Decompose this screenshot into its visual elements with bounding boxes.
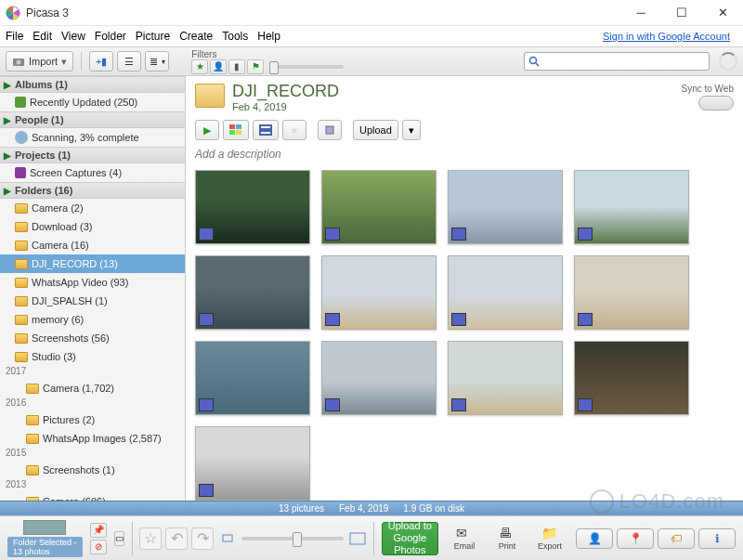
menu-file[interactable]: File [6, 30, 23, 43]
close-button[interactable]: ✕ [702, 0, 743, 26]
video-badge-icon [325, 398, 340, 411]
star-button[interactable]: ★ [282, 120, 306, 140]
print-button[interactable]: 🖶Print [489, 526, 526, 551]
movie-button[interactable] [253, 120, 279, 140]
sidebar-item[interactable]: DJI_SPALSH (1) [0, 292, 185, 310]
description-field[interactable]: Add a description [195, 148, 734, 161]
sidebar-item[interactable]: Screenshots (1) [0, 461, 185, 479]
filter-star-button[interactable]: ★ [191, 59, 208, 74]
tag-button[interactable] [318, 120, 342, 140]
thumbnail[interactable] [195, 341, 310, 415]
thumbnail[interactable] [321, 341, 437, 415]
export-button[interactable]: 📁Export [531, 526, 568, 551]
sidebar-section-header[interactable]: ▶People (1) [0, 111, 185, 128]
rotate-right-button[interactable]: ↷ [191, 527, 214, 550]
thumbnail[interactable] [574, 170, 689, 244]
menu-help[interactable]: Help [257, 30, 280, 43]
sidebar-item[interactable]: DJI_RECORD (13) [0, 254, 185, 273]
thumbnail[interactable] [195, 426, 310, 501]
sidebar-item-label: Download (3) [32, 221, 92, 232]
svg-rect-12 [326, 126, 333, 134]
thumbnail[interactable] [448, 170, 563, 244]
thumbnail[interactable] [321, 255, 437, 330]
maximize-button[interactable]: ☐ [661, 0, 702, 26]
clear-button[interactable]: ⊘ [90, 540, 107, 554]
upload-button[interactable]: Upload [353, 120, 398, 140]
people-pill-button[interactable]: 👤 [576, 528, 613, 549]
sidebar-item[interactable]: WhatsApp Video (93) [0, 273, 185, 292]
globe-icon [590, 489, 614, 514]
sidebar-item[interactable]: Screenshots (56) [0, 329, 185, 347]
star-tray-button[interactable]: ☆ [139, 527, 162, 550]
sidebar-item[interactable]: Scanning, 3% complete [0, 128, 185, 147]
import-label: Import [29, 56, 58, 67]
filter-geo-button[interactable]: ▮ [228, 59, 245, 74]
sidebar-item-label: Recently Updated (250) [30, 97, 137, 108]
sidebar-item-label: WhatsApp Images (2,587) [43, 433, 162, 444]
tree-view-button[interactable]: ☰ [117, 51, 141, 72]
sidebar-item[interactable]: Download (3) [0, 217, 185, 236]
menu-edit[interactable]: Edit [33, 30, 52, 43]
add-folder-button[interactable]: +▮ [89, 51, 113, 72]
info-pill-button[interactable]: ℹ [698, 528, 736, 549]
sync-toggle[interactable] [698, 96, 734, 111]
zoom-small-icon [221, 532, 236, 545]
thumbnail[interactable] [195, 255, 310, 330]
flat-view-button[interactable]: ≣▾ [145, 51, 169, 72]
sidebar-item[interactable]: Camera (1,702) [0, 379, 185, 397]
app-icon [6, 6, 20, 20]
thumbnail[interactable] [321, 170, 437, 244]
play-slideshow-button[interactable]: ▶ [195, 120, 219, 140]
thumbnail[interactable] [448, 255, 563, 330]
filter-slider[interactable] [269, 65, 344, 69]
collage-button[interactable] [223, 120, 249, 140]
sidebar-item[interactable]: WhatsApp Images (2,587) [0, 429, 185, 448]
search-input[interactable] [524, 52, 710, 71]
folder-icon [15, 352, 28, 362]
filter-tag-button[interactable]: ⚑ [247, 59, 264, 74]
sidebar-item[interactable]: Camera (2) [0, 199, 185, 217]
svg-point-2 [17, 60, 21, 65]
tags-pill-button[interactable]: 🏷 [658, 528, 695, 549]
folder-icon [26, 384, 39, 394]
svg-point-3 [530, 58, 537, 64]
thumbnail[interactable] [574, 255, 689, 330]
sidebar-item[interactable]: Camera (16) [0, 236, 185, 254]
rotate-left-button[interactable]: ↶ [165, 527, 188, 550]
sidebar-section-header[interactable]: ▶Projects (1) [0, 147, 185, 163]
sidebar-item[interactable]: Camera (686) [0, 492, 185, 501]
video-badge-icon [578, 228, 593, 241]
hold-button[interactable]: 📌 [90, 523, 107, 538]
sidebar-section-header[interactable]: ▶Folders (16) [0, 182, 185, 199]
menu-picture[interactable]: Picture [136, 30, 170, 43]
tray-selection[interactable]: Folder Selected - 13 photos [7, 520, 83, 557]
places-pill-button[interactable]: 📍 [617, 528, 654, 549]
sidebar-item[interactable]: Studio (3) [0, 347, 185, 366]
import-button[interactable]: Import ▾ [6, 51, 73, 72]
menu-tools[interactable]: Tools [222, 30, 248, 43]
minimize-button[interactable]: ─ [620, 0, 661, 26]
sidebar[interactable]: ▶Albums (1)Recently Updated (250)▶People… [0, 76, 186, 501]
folder-icon [15, 315, 28, 325]
thumbnail-size-slider[interactable] [241, 537, 344, 540]
sidebar-item[interactable]: Pictures (2) [0, 410, 185, 429]
sidebar-item[interactable]: Recently Updated (250) [0, 93, 185, 111]
sidebar-item[interactable]: Screen Captures (4) [0, 163, 185, 182]
add-to-button[interactable]: ▭ [114, 531, 124, 546]
sidebar-item[interactable]: memory (6) [0, 310, 185, 329]
search-field[interactable] [543, 56, 705, 67]
thumbnail[interactable] [195, 170, 310, 244]
upload-google-photos-button[interactable]: Upload to Google Photos [382, 522, 438, 555]
menu-create[interactable]: Create [179, 30, 213, 43]
filter-face-button[interactable]: 👤 [210, 59, 227, 74]
sidebar-item-label: Camera (686) [43, 496, 106, 501]
email-button[interactable]: ✉Email [446, 526, 483, 551]
sidebar-section-header[interactable]: ▶Albums (1) [0, 76, 185, 93]
thumbnail[interactable] [574, 341, 689, 415]
menu-view[interactable]: View [61, 30, 85, 43]
signin-link[interactable]: Sign in with Google Account [603, 31, 730, 42]
upload-dropdown[interactable]: ▾ [402, 120, 421, 140]
thumbnail[interactable] [448, 341, 563, 415]
menu-folder[interactable]: Folder [95, 30, 126, 43]
content-pane[interactable]: Sync to Web DJI_RECORD Feb 4, 2019 ▶ ★ U… [186, 76, 743, 501]
